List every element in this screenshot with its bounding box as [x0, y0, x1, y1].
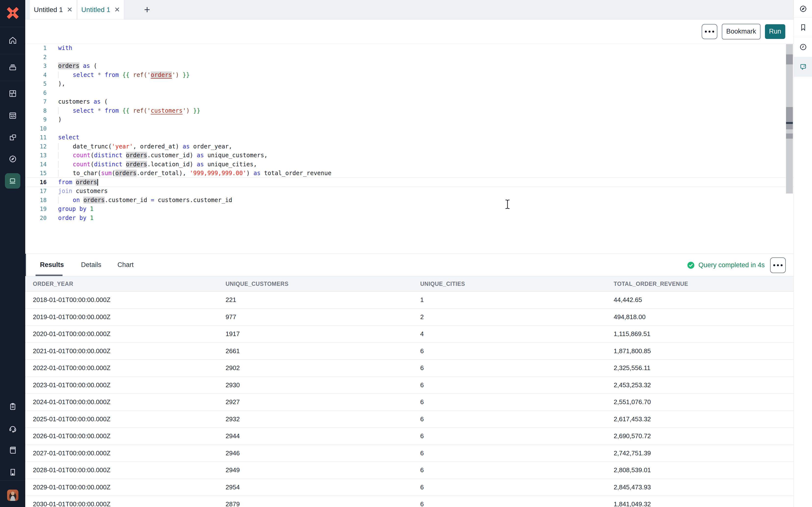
- code-line[interactable]: 14 count(distinct orders.location_id) as…: [25, 160, 794, 169]
- code-line[interactable]: 4 select * from {{ ref('orders') }}: [25, 70, 794, 79]
- code-line[interactable]: 20order by 1: [25, 214, 794, 223]
- table-row[interactable]: 2026-01-01T00:00:00.000Z294462,690,570.7…: [25, 428, 794, 445]
- templates-clipboard-icon[interactable]: [0, 402, 25, 411]
- tab-untitled-1[interactable]: Untitled 1 ✕: [30, 0, 77, 19]
- code-text: [50, 124, 58, 133]
- sidebar-divider: [0, 81, 25, 81]
- table-cell: 2026-01-01T00:00:00.000Z: [33, 432, 225, 440]
- mouse-cursor-ibeam: [503, 199, 512, 211]
- multi-window-icon[interactable]: [0, 133, 25, 142]
- code-line[interactable]: 11select: [25, 133, 794, 142]
- table-cell: 2,808,539.01: [614, 466, 794, 474]
- explore-compass-icon[interactable]: [0, 155, 25, 163]
- table-cell: 6: [420, 484, 614, 491]
- line-number: 9: [25, 115, 50, 124]
- code-text: count(distinct orders.customer_id) as un…: [50, 151, 268, 160]
- code-window-icon[interactable]: [0, 111, 25, 120]
- column-header[interactable]: ORDER_YEAR: [33, 281, 225, 287]
- app-logo-x[interactable]: [0, 5, 25, 20]
- tab-label: Untitled 1: [34, 6, 63, 14]
- code-line[interactable]: 7customers as (: [25, 97, 794, 106]
- sidebar-item-notebook-active[interactable]: [5, 173, 20, 188]
- code-text: orders as (: [50, 61, 97, 70]
- code-text: to_char(sum(orders.order_total), '999,99…: [50, 169, 332, 178]
- close-icon[interactable]: ✕: [114, 6, 120, 13]
- history-clock-icon[interactable]: [794, 37, 812, 57]
- table-cell: 2,845,473.93: [614, 484, 794, 491]
- table-cell: 2019-01-01T00:00:00.000Z: [33, 313, 225, 321]
- table-row[interactable]: 2023-01-01T00:00:00.000Z293062,453,253.3…: [25, 377, 794, 394]
- table-row[interactable]: 2027-01-01T00:00:00.000Z294662,742,751.3…: [25, 445, 794, 462]
- column-header[interactable]: TOTAL_ORDER_REVENUE: [614, 281, 794, 287]
- table-row[interactable]: 2019-01-01T00:00:00.000Z9772494,818.00: [25, 309, 794, 326]
- results-tab-bar: Results Details Chart Query completed in…: [25, 254, 794, 277]
- main-area: Untitled 1 ✕ Untitled 1 ✕ + Bookmark Run…: [25, 0, 794, 507]
- user-avatar[interactable]: [7, 490, 18, 501]
- table-cell: 2021-01-01T00:00:00.000Z: [33, 347, 225, 355]
- tab-details[interactable]: Details: [81, 261, 101, 269]
- organization-building-icon[interactable]: [0, 468, 25, 476]
- table-row[interactable]: 2028-01-01T00:00:00.000Z294962,808,539.0…: [25, 462, 794, 479]
- apps-grid-icon[interactable]: [0, 89, 25, 98]
- table-cell: 2661: [225, 347, 420, 355]
- table-cell: 6: [420, 347, 614, 355]
- table-cell: 1,841,049.32: [614, 500, 794, 507]
- code-line[interactable]: 16from orders: [25, 178, 794, 187]
- ai-chat-sparkles-icon[interactable]: [794, 57, 812, 77]
- more-options-button[interactable]: [702, 24, 717, 39]
- tab-results[interactable]: Results: [40, 261, 64, 269]
- table-cell: 494,818.00: [614, 313, 794, 321]
- tab-chart[interactable]: Chart: [117, 261, 134, 269]
- table-row[interactable]: 2020-01-01T00:00:00.000Z191741,115,869.5…: [25, 326, 794, 343]
- check-circle-icon: [687, 261, 695, 269]
- code-line[interactable]: 3orders as (: [25, 61, 794, 70]
- column-header[interactable]: UNIQUE_CUSTOMERS: [225, 281, 420, 287]
- code-line[interactable]: 10: [25, 124, 794, 133]
- table-row[interactable]: 2022-01-01T00:00:00.000Z290262,325,556.1…: [25, 360, 794, 377]
- run-button[interactable]: Run: [765, 24, 785, 39]
- home-icon[interactable]: [0, 36, 25, 45]
- table-row[interactable]: 2025-01-01T00:00:00.000Z293262,617,453.3…: [25, 411, 794, 428]
- table-cell: 2: [420, 313, 614, 321]
- code-line[interactable]: 2: [25, 53, 794, 62]
- docs-book-icon[interactable]: [0, 446, 25, 455]
- bookmark-button[interactable]: Bookmark: [722, 24, 761, 40]
- table-row[interactable]: 2030-01-01T00:00:00.000Z287961,841,049.3…: [25, 496, 794, 507]
- table-row[interactable]: 2021-01-01T00:00:00.000Z266161,871,800.8…: [25, 343, 794, 360]
- code-line[interactable]: 18 on orders.customer_id = customers.cus…: [25, 196, 794, 205]
- results-more-button[interactable]: [770, 258, 786, 273]
- table-row[interactable]: 2024-01-01T00:00:00.000Z292762,551,076.7…: [25, 394, 794, 411]
- code-line[interactable]: 12 date_trunc('year', ordered_at) as ord…: [25, 142, 794, 151]
- code-text: with: [50, 44, 72, 53]
- app-window: Untitled 1 ✕ Untitled 1 ✕ + Bookmark Run…: [0, 0, 812, 507]
- code-line[interactable]: 1with: [25, 44, 794, 53]
- table-cell: 2,453,253.32: [614, 381, 794, 389]
- projects-drawer-icon[interactable]: [0, 63, 25, 72]
- notebook-laptop-icon: [8, 176, 17, 185]
- code-line[interactable]: 8 select * from {{ ref('customers') }}: [25, 106, 794, 115]
- table-row[interactable]: 2018-01-01T00:00:00.000Z221144,442.65: [25, 292, 794, 309]
- plus-icon[interactable]: +: [140, 0, 154, 19]
- code-line[interactable]: 5),: [25, 79, 794, 89]
- code-line[interactable]: 6: [25, 89, 794, 98]
- support-headset-icon[interactable]: [0, 424, 25, 433]
- bookmark-icon[interactable]: [794, 18, 812, 37]
- table-cell: 44,442.65: [614, 296, 794, 304]
- table-row[interactable]: 2029-01-01T00:00:00.000Z295462,845,473.9…: [25, 479, 794, 496]
- code-line[interactable]: 19group by 1: [25, 205, 794, 214]
- code-line[interactable]: 17join customers: [25, 187, 794, 196]
- table-cell: 2946: [225, 449, 420, 457]
- sql-editor[interactable]: 1with23orders as (4 select * from {{ ref…: [25, 44, 794, 253]
- explore-compass-icon[interactable]: [794, 0, 812, 18]
- code-line[interactable]: 15 to_char(sum(orders.order_total), '999…: [25, 169, 794, 178]
- line-number: 20: [25, 214, 50, 223]
- close-icon[interactable]: ✕: [67, 6, 72, 13]
- code-line[interactable]: 13 count(distinct orders.customer_id) as…: [25, 151, 794, 160]
- code-text: join customers: [50, 187, 108, 196]
- column-header[interactable]: UNIQUE_CITIES: [420, 281, 614, 287]
- editor-scrollbar[interactable]: [786, 44, 793, 193]
- line-number: 16: [25, 178, 50, 187]
- code-line[interactable]: 9): [25, 115, 794, 124]
- tab-untitled-2[interactable]: Untitled 1 ✕: [77, 0, 124, 19]
- line-number: 19: [25, 205, 50, 214]
